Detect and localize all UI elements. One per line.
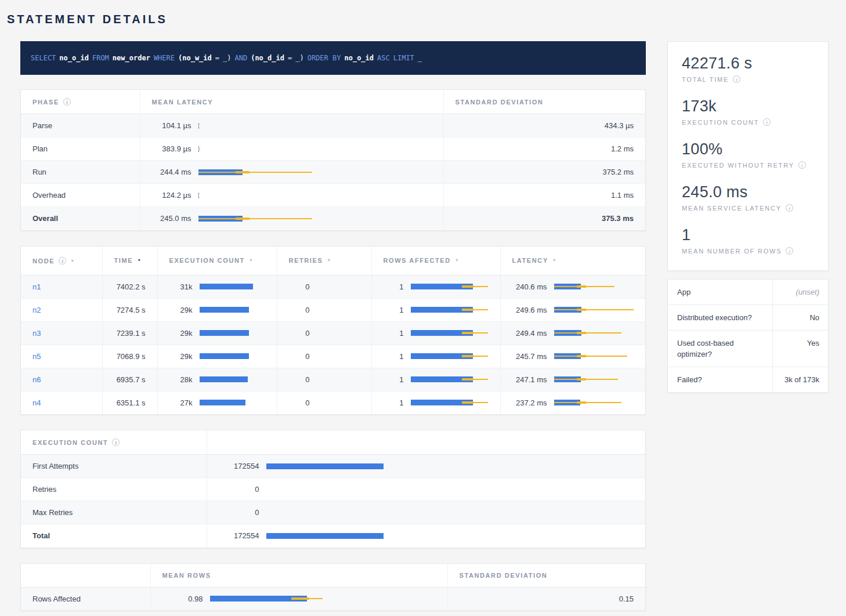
stddev-line (554, 402, 622, 403)
exec-count-cell: 0 (207, 501, 645, 524)
latency-value: 237.2 ms (512, 398, 547, 407)
info-icon[interactable] (63, 98, 71, 106)
execution-count-bar-chart (200, 329, 265, 336)
column-header-label: TIME (114, 257, 133, 264)
detail-row-failed: Failed? 3k of 173k (668, 367, 828, 392)
stddev-line (554, 332, 622, 334)
mean-rows-bar-chart (210, 595, 436, 602)
node-table-header-row: NODE TIME EXECUTION COUNT RETRIES ROWS A… (21, 247, 645, 276)
rows-affected-value: 1 (384, 329, 404, 338)
rows-affected-bar-chart (411, 329, 489, 336)
node-link[interactable]: n5 (32, 352, 41, 361)
rows-table-header-row: MEAN ROWS STANDARD DEVIATION (21, 564, 645, 588)
retries-value: 0 (289, 329, 310, 338)
info-icon[interactable] (112, 439, 120, 446)
node-row: n5 7068.9 s 29k 0 1 245.7 ms (21, 345, 645, 368)
column-header-mean-rows: MEAN ROWS (150, 564, 447, 588)
detail-value: 3k of 173k (772, 367, 828, 392)
latency-value: 249.4 ms (512, 329, 547, 338)
execution-count-cell: 29k (157, 298, 277, 321)
column-header-rows-affected[interactable]: ROWS AFFECTED (371, 247, 500, 276)
column-header-latency[interactable]: LATENCY (500, 247, 645, 276)
latency-bar-chart (554, 306, 634, 313)
phase-row-parse: Parse 104.1 µs 434.3 µs (21, 114, 645, 137)
stat-value: 173k (682, 97, 814, 115)
detail-label: Used cost-based optimizer? (668, 331, 772, 367)
sort-arrow-icon (455, 258, 459, 262)
stddev-line (198, 125, 199, 126)
mean-latency-cell: 244.4 ms (140, 161, 443, 184)
node-link[interactable]: n4 (32, 398, 41, 407)
time-value: 6351.1 s (102, 391, 157, 414)
column-header-label: PHASE (32, 99, 59, 106)
exec-row-label: Total (21, 524, 207, 548)
count-bar (200, 284, 254, 289)
mean-rows-value: 0.98 (162, 595, 203, 603)
info-icon[interactable] (763, 118, 771, 126)
summary-card: 42271.6 s TOTAL TIME 173k EXECUTION COUN… (667, 41, 829, 271)
mean-latency-cell: 124.2 µs (140, 184, 443, 207)
node-row: n1 7402.2 s 31k 0 1 240.6 ms (21, 275, 645, 298)
execution-count-cell: 31k (157, 275, 277, 298)
page-layout: SELECTno_o_idFROMnew_orderWHERE(no_w_id=… (7, 41, 829, 611)
info-icon[interactable] (59, 257, 66, 264)
info-icon[interactable] (733, 75, 740, 83)
detail-value: Yes (772, 331, 828, 367)
node-cell: n4 (21, 391, 102, 414)
column-header-label: EXECUTION COUNT (32, 439, 108, 446)
mean-latency-cell: 245.0 ms (140, 207, 443, 230)
stddev-marker (577, 355, 585, 357)
sql-identifier: (no_d_id (251, 54, 284, 62)
stat-value: 245.0 ms (682, 183, 814, 201)
column-header-node[interactable]: NODE (21, 247, 102, 276)
sql-keyword: SELECT (31, 54, 56, 62)
node-link[interactable]: n1 (32, 282, 41, 291)
sql-operator: = (215, 54, 219, 62)
exec-row-retries: Retries 0 (21, 478, 645, 501)
retries-cell: 0 (277, 345, 371, 368)
stat-label: MEAN SERVICE LATENCY (682, 204, 814, 212)
sql-keyword: ORDER BY (308, 54, 341, 62)
execution-count-header-row: EXECUTION COUNT (21, 430, 645, 455)
node-link[interactable]: n3 (32, 329, 41, 338)
latency-cell: 247.1 ms (500, 368, 645, 391)
info-icon[interactable] (798, 161, 806, 169)
stddev-marker (291, 597, 309, 600)
count-bar-chart (266, 509, 634, 516)
latency-cell: 249.4 ms (500, 321, 645, 345)
detail-value: (unset) (772, 280, 828, 305)
execution-count-cell: 29k (157, 345, 277, 368)
rows-affected-cell: 1 (371, 298, 500, 321)
mean-latency-cell: 104.1 µs (140, 114, 443, 137)
mean-latency-cell: 383.9 µs (140, 137, 443, 161)
stat-mean-number-of-rows: 1 MEAN NUMBER OF ROWS (682, 226, 814, 255)
node-cell: n5 (21, 345, 102, 368)
rows-affected-bar-chart (411, 353, 489, 360)
stddev-line (554, 356, 628, 357)
phase-label: Run (21, 161, 140, 184)
info-icon[interactable] (786, 247, 793, 255)
info-icon[interactable] (786, 204, 793, 212)
phase-row-plan: Plan 383.9 µs 1.2 ms (21, 137, 645, 161)
sql-identifier: new_order (113, 54, 150, 62)
time-value: 7239.1 s (102, 321, 157, 345)
retries-cell: 0 (277, 368, 371, 391)
rows-affected-bar-chart (411, 283, 489, 290)
statement-properties-card: App (unset) Distributed execution? No Us… (667, 279, 829, 393)
node-link[interactable]: n6 (32, 375, 41, 384)
time-value: 7274.5 s (102, 298, 157, 321)
node-row: n2 7274.5 s 29k 0 1 249.6 ms (21, 298, 645, 321)
latency-value: 245.7 ms (512, 352, 547, 361)
stat-total-time: 42271.6 s TOTAL TIME (682, 55, 814, 83)
node-row: n6 6935.7 s 28k 0 1 247.1 ms (21, 368, 645, 391)
column-header-retries[interactable]: RETRIES (277, 247, 371, 276)
stddev-marker (236, 218, 250, 220)
column-header-phase: PHASE (21, 90, 140, 114)
stddev-marker (462, 285, 473, 288)
sql-keyword: ASC (377, 54, 390, 62)
column-header-mean-latency: MEAN LATENCY (140, 90, 443, 114)
column-header-time[interactable]: TIME (102, 247, 157, 276)
column-header-execution-count[interactable]: EXECUTION COUNT (157, 247, 277, 276)
sql-identifier: no_o_id (344, 54, 374, 62)
node-link[interactable]: n2 (32, 306, 41, 314)
